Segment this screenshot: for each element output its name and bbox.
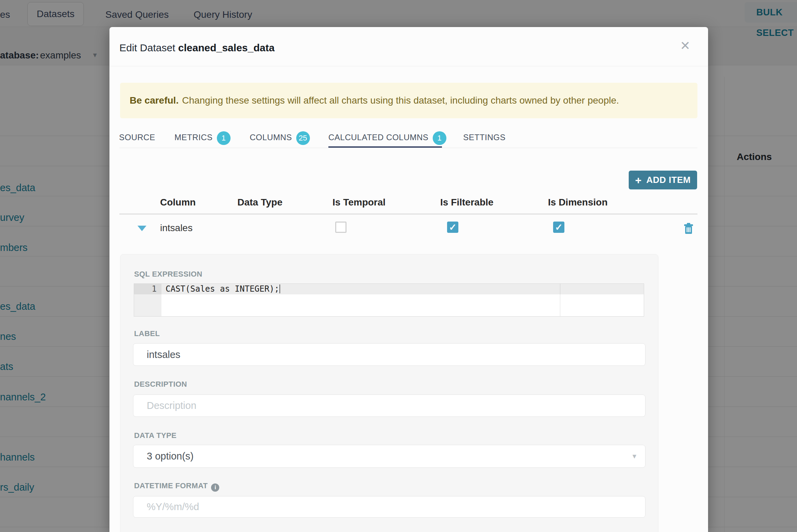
editor-code-line: CAST(Sales as INTEGER); — [161, 284, 280, 294]
tab-calculated-columns-label: CALCULATED COLUMNS — [328, 133, 429, 142]
data-type-select[interactable]: 3 option(s) ▼ — [133, 445, 645, 468]
delete-row-trash-icon[interactable] — [684, 223, 693, 235]
tab-metrics-badge: 1 — [217, 131, 231, 145]
modal-header-divider — [109, 66, 708, 66]
add-item-button[interactable]: + ADD ITEM — [629, 171, 697, 189]
datetime-format-field-label: DATETIME FORMATi — [134, 481, 219, 491]
tab-settings[interactable]: SETTINGS — [463, 130, 506, 145]
tab-columns-badge: 25 — [296, 131, 310, 145]
warning-banner: Be careful. Changing these settings will… — [120, 83, 697, 118]
check-icon: ✓ — [448, 223, 457, 232]
tabs-divider — [119, 148, 697, 148]
tab-settings-label: SETTINGS — [463, 133, 506, 142]
sql-expression-label: SQL EXPRESSION — [134, 269, 202, 279]
add-item-label: ADD ITEM — [646, 175, 691, 185]
label-field-label: LABEL — [134, 329, 160, 338]
tab-source[interactable]: SOURCE — [119, 130, 155, 145]
modal-title: Edit Dataset cleaned_sales_data — [119, 41, 275, 55]
column-header-is-dimension: Is Dimension — [548, 195, 607, 210]
edit-dataset-modal: Edit Dataset cleaned_sales_data ✕ Be car… — [109, 27, 708, 532]
sql-expression-editor[interactable]: 1 CAST(Sales as INTEGER); — [134, 283, 644, 317]
column-header-is-filterable: Is Filterable — [440, 195, 494, 210]
table-header-divider — [119, 213, 697, 215]
datetime-format-label-text: DATETIME FORMAT — [134, 481, 208, 490]
select-caret-icon: ▼ — [631, 453, 638, 460]
datetime-format-input[interactable] — [133, 496, 645, 518]
warning-banner-bold: Be careful. — [130, 95, 179, 106]
calculated-column-detail-panel: SQL EXPRESSION 1 CAST(Sales as INTEGER);… — [120, 254, 658, 532]
is-dimension-checkbox[interactable]: ✓ — [553, 222, 564, 233]
modal-title-dataset-name: cleaned_sales_data — [178, 42, 275, 53]
plus-icon: + — [635, 175, 642, 186]
tab-columns[interactable]: COLUMNS25 — [250, 130, 310, 145]
column-header-data-type: Data Type — [237, 195, 283, 210]
is-temporal-checkbox[interactable]: ✓ — [335, 222, 347, 233]
tab-columns-label: COLUMNS — [250, 133, 292, 142]
screen: es Datasets Saved Queries Query History … — [0, 0, 797, 532]
column-header-column: Column — [160, 195, 196, 210]
tab-metrics-label: METRICS — [174, 133, 213, 142]
close-icon[interactable]: ✕ — [680, 39, 690, 53]
description-field-label: DESCRIPTION — [134, 380, 187, 389]
row-column-name: intsales — [160, 221, 193, 235]
tab-metrics[interactable]: METRICS1 — [174, 130, 231, 145]
editor-text-cursor — [279, 284, 280, 293]
tab-source-label: SOURCE — [119, 133, 155, 142]
column-header-is-temporal: Is Temporal — [332, 195, 386, 210]
sql-code-text: CAST(Sales as INTEGER); — [166, 284, 279, 294]
tab-calculated-columns[interactable]: CALCULATED COLUMNS1 — [328, 130, 446, 145]
data-type-selected-value: 3 option(s) — [147, 451, 194, 462]
description-input[interactable] — [133, 395, 645, 417]
warning-banner-text: Changing these settings will affect all … — [182, 95, 619, 106]
is-filterable-checkbox[interactable]: ✓ — [447, 222, 458, 233]
data-type-field-label: DATA TYPE — [134, 431, 177, 440]
label-input[interactable] — [133, 343, 645, 366]
tab-calculated-columns-badge: 1 — [433, 131, 446, 145]
info-icon[interactable]: i — [211, 483, 219, 492]
modal-title-prefix: Edit Dataset — [119, 42, 178, 53]
row-expand-caret-icon[interactable] — [138, 226, 146, 231]
check-icon: ✓ — [554, 223, 563, 232]
